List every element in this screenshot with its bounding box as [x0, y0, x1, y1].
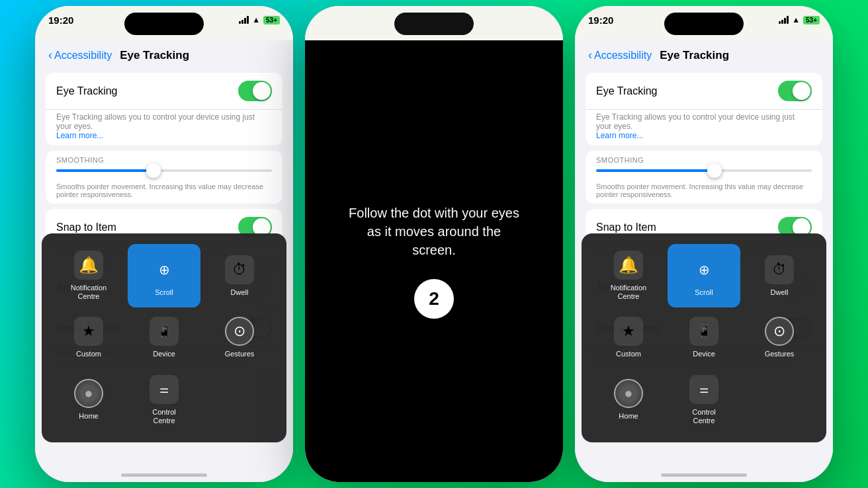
control-icon-left: ⚌: [150, 375, 179, 404]
custom-label-left: Custom: [76, 350, 101, 358]
battery-icon-left: 53+: [263, 16, 280, 24]
eye-tracking-row-right: Eye Tracking: [586, 73, 822, 110]
phone-right: 19:20 ▲ 53+ ‹ Accessibility Eye Track: [575, 6, 833, 482]
notification-label-right: NotificationCentre: [611, 284, 646, 301]
battery-icon-right: 53+: [803, 16, 820, 24]
signal-icon-left: [239, 16, 249, 24]
slider-desc-left: Smooths pointer movement. Increasing thi…: [46, 180, 282, 204]
home-label-right: Home: [619, 412, 638, 421]
wifi-icon-right: ▲: [792, 15, 800, 24]
dwell-item-dwell-right[interactable]: ⏱ Dwell: [743, 244, 816, 307]
scroll-icon-right: ⊕: [689, 255, 718, 284]
status-icons-right: ▲ 53+: [779, 15, 820, 24]
eye-tracking-toggle-right[interactable]: [778, 81, 812, 101]
status-time-right: 19:20: [588, 15, 613, 25]
back-link-left[interactable]: ‹ Accessibility: [48, 48, 112, 62]
dwell-item-gestures-right[interactable]: ⊙ Gestures: [743, 310, 816, 365]
dwell-icon-left: ⏱: [225, 255, 254, 284]
snap-label-left: Snap to Item: [56, 222, 116, 233]
eye-tracking-row-left: Eye Tracking: [46, 73, 282, 110]
dwell-item-device-right[interactable]: 📱 Device: [668, 310, 740, 365]
dwell-item-control-right[interactable]: ⚌ ControlCentre: [668, 368, 740, 432]
signal-icon-right: [779, 16, 789, 24]
slider-desc-right: Smooths pointer movement. Increasing thi…: [586, 180, 822, 204]
home-indicator-middle: [391, 473, 477, 477]
notification-label-left: NotificationCentre: [71, 284, 107, 301]
dwell-item-scroll-left[interactable]: ⊕ Scroll: [128, 244, 200, 307]
phones-container: 19:20 ▲ 53+ ‹ Accessibility Eye: [35, 6, 833, 482]
home-icon-left: ●: [74, 379, 103, 408]
dwell-item-custom-right[interactable]: ★ Custom: [592, 310, 665, 365]
calibration-number: 2: [429, 288, 439, 309]
phone-left: 19:20 ▲ 53+ ‹ Accessibility Eye: [35, 6, 293, 482]
dwell-item-dwell-left[interactable]: ⏱ Dwell: [203, 244, 276, 307]
eye-tracking-desc-right: Eye Tracking allows you to control your …: [586, 110, 822, 145]
eye-tracking-section-left: Eye Tracking Eye Tracking allows you to …: [46, 73, 282, 145]
eye-tracking-toggle-left[interactable]: [238, 81, 272, 101]
slider-thumb-left[interactable]: [146, 163, 161, 178]
back-label-left: Accessibility: [54, 50, 112, 61]
wifi-icon-left: ▲: [252, 15, 260, 24]
eye-tracking-section-right: Eye Tracking Eye Tracking allows you to …: [586, 73, 822, 145]
dwell-item-control-left[interactable]: ⚌ ControlCentre: [128, 368, 200, 432]
scroll-label-left: Scroll: [155, 288, 173, 297]
smoothing-section-right: SMOOTHING Smooths pointer movement. Incr…: [586, 151, 822, 204]
device-icon-left: 📱: [150, 317, 179, 346]
status-icons-left: ▲ 53+: [239, 15, 280, 24]
dwell-popup-left: 🔔 NotificationCentre ⊕ Scroll ⏱ Dwell ★ …: [42, 233, 286, 442]
gestures-icon-left: ⊙: [225, 317, 254, 346]
slider-container-left[interactable]: [46, 167, 282, 180]
back-chevron-right: ‹: [588, 48, 592, 62]
slider-fill-left: [56, 169, 153, 172]
control-label-right: ControlCentre: [692, 408, 715, 425]
eye-tracking-label-left: Eye Tracking: [56, 85, 117, 97]
dwell-item-notification-left[interactable]: 🔔 NotificationCentre: [52, 244, 125, 307]
learn-more-left[interactable]: Learn more...: [56, 131, 103, 140]
dwell-item-home-right[interactable]: ● Home: [592, 368, 665, 432]
notification-icon-left: 🔔: [74, 251, 103, 280]
dwell-item-home-left[interactable]: ● Home: [52, 368, 125, 432]
device-label-left: Device: [153, 350, 175, 358]
home-indicator-left: [121, 473, 207, 477]
device-icon-right: 📱: [689, 317, 718, 346]
slider-fill-right: [596, 169, 715, 172]
dwell-item-custom-left[interactable]: ★ Custom: [52, 310, 125, 365]
home-icon-right: ●: [614, 379, 643, 408]
gestures-label-right: Gestures: [765, 350, 795, 358]
home-indicator-right: [661, 473, 747, 477]
dwell-item-gestures-left[interactable]: ⊙ Gestures: [203, 310, 276, 365]
dynamic-island-middle: [394, 13, 474, 35]
phone-middle: Follow the dot with your eyesas it moves…: [305, 6, 563, 482]
dwell-label-item-left: Dwell: [231, 288, 249, 297]
slider-thumb-right[interactable]: [707, 163, 722, 178]
calibration-text: Follow the dot with your eyesas it moves…: [348, 204, 520, 259]
screen-left: ‹ Accessibility Eye Tracking Eye Trackin…: [35, 40, 293, 482]
nav-bar-right: ‹ Accessibility Eye Tracking: [575, 40, 833, 67]
slider-container-right[interactable]: [586, 167, 822, 180]
gestures-icon-right: ⊙: [765, 317, 794, 346]
dwell-icon-right: ⏱: [765, 255, 794, 284]
custom-icon-left: ★: [74, 317, 103, 346]
smoothing-section-left: SMOOTHING Smooths pointer movement. Incr…: [46, 151, 282, 204]
nav-title-right: Eye Tracking: [660, 49, 729, 62]
back-label-right: Accessibility: [594, 50, 652, 61]
dwell-item-scroll-right[interactable]: ⊕ Scroll: [668, 244, 740, 307]
nav-title-left: Eye Tracking: [120, 49, 189, 62]
scroll-icon-left: ⊕: [150, 255, 179, 284]
learn-more-right[interactable]: Learn more...: [596, 131, 643, 140]
smoothing-label-left: SMOOTHING: [46, 151, 282, 167]
dwell-item-notification-right[interactable]: 🔔 NotificationCentre: [592, 244, 665, 307]
screen-right: ‹ Accessibility Eye Tracking Eye Trackin…: [575, 40, 833, 482]
back-chevron-left: ‹: [48, 48, 52, 62]
scroll-label-right: Scroll: [695, 288, 713, 297]
back-link-right[interactable]: ‹ Accessibility: [588, 48, 652, 62]
gestures-label-left: Gestures: [225, 350, 255, 358]
dwell-popup-right: 🔔 NotificationCentre ⊕ Scroll ⏱ Dwell ★ …: [582, 233, 826, 442]
control-icon-right: ⚌: [689, 375, 718, 404]
nav-bar-left: ‹ Accessibility Eye Tracking: [35, 40, 293, 67]
dwell-item-device-left[interactable]: 📱 Device: [128, 310, 200, 365]
dwell-label-item-right: Dwell: [771, 288, 789, 297]
status-time-left: 19:20: [48, 15, 73, 25]
eye-tracking-label-right: Eye Tracking: [596, 85, 657, 97]
calibration-screen: Follow the dot with your eyesas it moves…: [305, 40, 563, 482]
